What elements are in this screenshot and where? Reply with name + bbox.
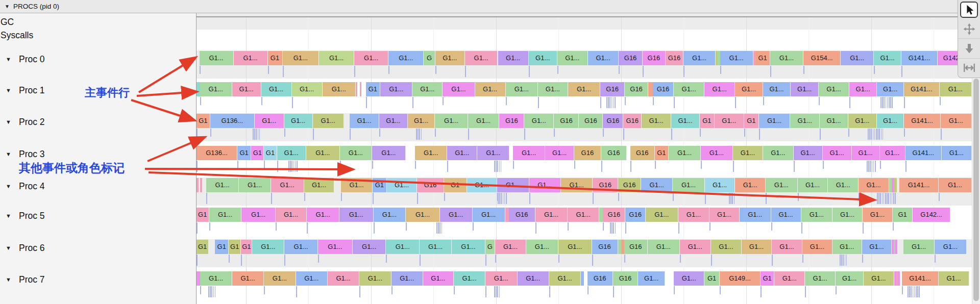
- trace-event-bar[interactable]: G1...: [465, 51, 498, 65]
- trace-event-bar[interactable]: [505, 208, 509, 222]
- trace-event-bar[interactable]: G1...: [239, 178, 271, 192]
- trace-event-bar[interactable]: G1...: [774, 271, 805, 286]
- trace-event-bar[interactable]: G1...: [452, 240, 485, 254]
- trace-event-bar[interactable]: G1...: [340, 146, 372, 160]
- trace-event-bar[interactable]: G1...: [545, 146, 574, 160]
- trace-event-bar[interactable]: G149...: [720, 271, 761, 286]
- trace-event-bar[interactable]: G1...: [874, 51, 901, 65]
- trace-event-bar[interactable]: G1...: [648, 240, 680, 254]
- trace-event-bar[interactable]: G1...: [372, 146, 406, 160]
- trace-event-bar[interactable]: G1...: [673, 178, 704, 192]
- trace-event-bar[interactable]: G1...: [435, 51, 465, 65]
- trace-event-bar[interactable]: [898, 271, 900, 286]
- trace-event-bar[interactable]: G1...: [292, 82, 323, 96]
- trace-event-bar[interactable]: [360, 82, 361, 96]
- trace-event-bar[interactable]: G1...: [380, 82, 412, 96]
- trace-event-bar[interactable]: G1...: [252, 240, 284, 254]
- collapse-triangle-icon[interactable]: ▼: [6, 148, 11, 160]
- trace-event-bar[interactable]: G1...: [791, 82, 819, 96]
- trace-event-bar[interactable]: [599, 208, 603, 222]
- sidebar-item-proc-3[interactable]: ▼Proc 3: [0, 148, 194, 160]
- trace-event-bar[interactable]: G141...: [901, 51, 938, 65]
- collapse-triangle-icon[interactable]: ▼: [6, 242, 11, 254]
- trace-event-bar[interactable]: G1...: [568, 208, 599, 222]
- trace-event-bar[interactable]: G1: [197, 240, 209, 254]
- trace-event-bar[interactable]: G1...: [852, 146, 880, 160]
- trace-event-bar[interactable]: G1...: [209, 208, 242, 222]
- trace-event-bar[interactable]: G1...: [862, 240, 892, 254]
- trace-event-bar[interactable]: G1...: [518, 271, 549, 286]
- trace-event-bar[interactable]: G1...: [415, 146, 447, 160]
- trace-event-bar[interactable]: G16: [601, 146, 627, 160]
- trace-event-bar[interactable]: G141...: [905, 146, 942, 160]
- trace-event-bar[interactable]: G141...: [899, 178, 939, 192]
- trace-event-bar[interactable]: G1...: [674, 82, 704, 96]
- trace-event-bar[interactable]: G1...: [276, 208, 307, 222]
- trace-event-bar[interactable]: G1...: [529, 178, 561, 192]
- trace-event-bar[interactable]: G1...: [941, 114, 972, 128]
- trace-event-bar[interactable]: G1...: [283, 51, 319, 65]
- trace-event-bar[interactable]: G1...: [234, 51, 268, 65]
- trace-event-bar[interactable]: G1...: [468, 114, 499, 128]
- trace-event-bar[interactable]: G16: [579, 114, 603, 128]
- trace-event-bar[interactable]: G1: [264, 146, 277, 160]
- trace-event-bar[interactable]: G1...: [296, 271, 328, 286]
- trace-event-bar[interactable]: G1...: [386, 240, 420, 254]
- trace-event-bar[interactable]: G1...: [319, 51, 354, 65]
- trace-event-bar[interactable]: G1...: [549, 271, 581, 286]
- trace-event-bar[interactable]: G1...: [313, 114, 344, 128]
- trace-event-bar[interactable]: G1...: [641, 178, 673, 192]
- sidebar-item-proc-2[interactable]: ▼Proc 2: [0, 116, 194, 128]
- trace-event-bar[interactable]: G1...: [823, 146, 852, 160]
- trace-event-bar[interactable]: G1...: [447, 146, 477, 160]
- trace-event-bar[interactable]: G1...: [412, 82, 443, 96]
- trace-event-bar[interactable]: G1...: [535, 208, 568, 222]
- trace-event-bar[interactable]: G1...: [588, 51, 619, 65]
- sidebar-item-proc-6[interactable]: ▼Proc 6: [0, 242, 194, 254]
- sidebar-item-proc-4[interactable]: ▼Proc 4: [0, 180, 194, 192]
- zoom-tool-button[interactable]: [958, 39, 980, 58]
- trace-event-bar[interactable]: G1...: [513, 146, 545, 160]
- trace-event-bar[interactable]: G1...: [770, 51, 803, 65]
- trace-event-bar[interactable]: G136...: [210, 114, 255, 128]
- trace-event-bar[interactable]: G16: [625, 82, 648, 96]
- vertical-scrollbar-thumb[interactable]: [973, 79, 979, 301]
- trace-event-bar[interactable]: G1...: [720, 51, 753, 65]
- trace-event-bar[interactable]: G1...: [420, 240, 452, 254]
- trace-event-bar[interactable]: G1...: [638, 271, 665, 286]
- trace-event-bar[interactable]: G1...: [440, 208, 473, 222]
- trace-event-bar[interactable]: G1...: [832, 208, 863, 222]
- trace-event-bar[interactable]: G1...: [820, 114, 848, 128]
- trace-event-bar[interactable]: G1...: [307, 208, 339, 222]
- trace-event-bar[interactable]: G1...: [828, 178, 859, 192]
- trace-event-bar[interactable]: G1...: [701, 146, 733, 160]
- trace-event-bar[interactable]: [894, 178, 897, 192]
- selection-tool-button[interactable]: [960, 2, 978, 18]
- trace-event-bar[interactable]: G1...: [772, 240, 803, 254]
- trace-event-bar[interactable]: G1...: [323, 82, 356, 96]
- trace-event-bar[interactable]: G16: [653, 82, 674, 96]
- trace-event-bar[interactable]: G1: [655, 146, 669, 160]
- trace-event-bar[interactable]: G1: [444, 178, 467, 192]
- trace-event-bar[interactable]: G1...: [705, 178, 736, 192]
- time-ruler[interactable]: [197, 13, 972, 17]
- trace-event-bar[interactable]: G16: [623, 114, 642, 128]
- trace-event-bar[interactable]: G1...: [498, 51, 529, 65]
- trace-event-bar[interactable]: G1...: [353, 240, 386, 254]
- trace-event-bar[interactable]: G1: [704, 271, 720, 286]
- trace-event-bar[interactable]: G1...: [306, 146, 340, 160]
- trace-event-bar[interactable]: G1...: [819, 82, 849, 96]
- trace-event-bar[interactable]: G1...: [680, 240, 711, 254]
- trace-event-bar[interactable]: G1...: [568, 82, 600, 96]
- trace-event-bar[interactable]: G1...: [740, 208, 771, 222]
- trace-event-bar[interactable]: [648, 82, 653, 96]
- trace-event-bar[interactable]: G: [485, 240, 495, 254]
- trace-event-bar[interactable]: [200, 178, 202, 192]
- trace-event-bar[interactable]: G16: [603, 208, 625, 222]
- trace-event-bar[interactable]: G: [424, 51, 435, 65]
- trace-event-bar[interactable]: G1: [700, 114, 715, 128]
- trace-event-bar[interactable]: G1...: [711, 240, 742, 254]
- collapse-triangle-icon[interactable]: ▼: [6, 273, 11, 286]
- trace-event-bar[interactable]: G16: [592, 240, 618, 254]
- trace-event-bar[interactable]: G1...: [805, 271, 836, 286]
